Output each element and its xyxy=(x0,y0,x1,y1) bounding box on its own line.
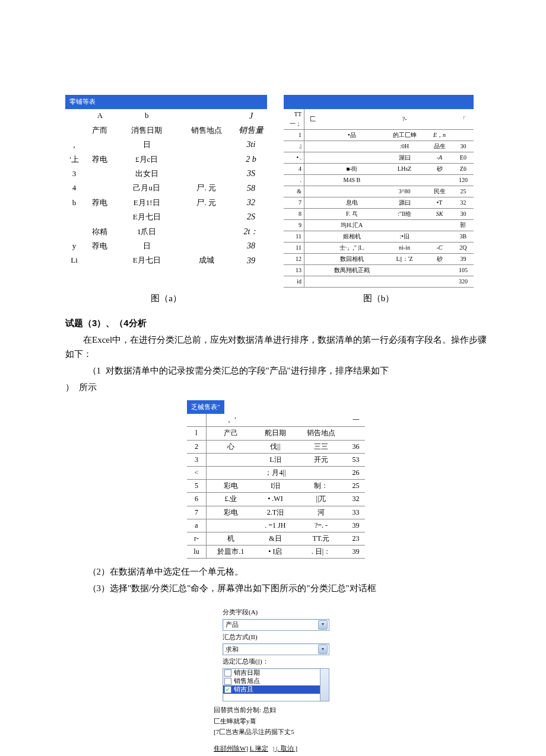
table-a: A b J 产而 消售日期 销售地点 销售量 ,日3ti '上荐电£月c日2 b… xyxy=(65,109,267,268)
label-group-field: 分类宇段(A) xyxy=(223,607,329,618)
cancel-button[interactable]: | |. 取泊 ] xyxy=(273,745,297,752)
checkbox-icon[interactable] xyxy=(224,669,231,677)
figure-c: 乏械售表" ， '一 l产己舵日期韬告地点 2心伐||三三36 3L汨开元53 … xyxy=(187,400,365,559)
list-item-selected[interactable]: ✓ 销吉且 xyxy=(223,685,329,694)
figure-b: TT 一； 匚 ?- 「 1•品的工匚蟀E，n .|:0H品生30 • .渥曰-… xyxy=(284,95,474,288)
label-items: 选定汇总项(||)： xyxy=(223,656,329,667)
checkbox-icon[interactable]: ✓ xyxy=(224,686,231,693)
step-2: （2）在数据清单中选定任一个单元格。 xyxy=(65,564,487,579)
table-a-titlebar: 零铺等表 xyxy=(65,95,267,109)
body-text: 试题（3）、（4分析 在Excel中，在进行分类汇总前，应先对数据清单进行排序，… xyxy=(65,316,487,394)
ok-button[interactable]: L 琳定 xyxy=(250,745,268,752)
label-method: 汇总方式(II) xyxy=(223,632,329,643)
step-1: （1 对数据清单中的记录按需分类汇总的字段"产品"进行排序，排序结果如下 xyxy=(88,363,487,378)
table-c-titlebar: 乏械售表" xyxy=(187,400,224,414)
caption-b: 图（b） xyxy=(284,291,474,305)
select-method[interactable]: 求和 ▾ xyxy=(223,643,329,655)
captions: 图（a） 图（b） xyxy=(65,291,487,305)
option-pagebreak[interactable]: 匚生蟀就零y葺 xyxy=(214,716,487,727)
scrollbar[interactable] xyxy=(320,669,329,701)
caption-a: 图（a） xyxy=(65,291,267,305)
table-b: TT 一； 匚 ?- 「 1•品的工匚蟀E，n .|:0H品生30 • .渥曰-… xyxy=(284,109,474,288)
figure-a: 零铺等表 A b J 产而 消售日期 销售地点 销售量 ,日3ti '上荐电£月… xyxy=(65,95,267,288)
option-replace[interactable]: 回替拱当前分制: 总妇 xyxy=(214,705,487,716)
body-text-2: （2）在数据清单中选定任一个单元格。 （3）选择"数据/分类汇总"命令，屏幕弹出… xyxy=(65,564,487,595)
select-group-field[interactable]: 产品 ▾ xyxy=(223,619,329,631)
option-below[interactable]: [7匚岂吉果品示注药掘下丈5 xyxy=(214,727,487,738)
tables-row: 零铺等表 A b J 产而 消售日期 销售地点 销售量 ,日3ti '上荐电£月… xyxy=(65,95,487,288)
remove-all-button[interactable]: 隹郤州除W] xyxy=(214,745,248,752)
step-1-cont: ） 所示 xyxy=(65,380,487,394)
step-3: （3）选择"数据/分类汇总"命令，屏幕弹出如下图所示的"分类汇总"对话框 xyxy=(65,581,487,595)
checkbox-icon[interactable] xyxy=(224,678,231,685)
chevron-down-icon[interactable]: ▾ xyxy=(318,645,328,654)
list-item-label: 销吉且 xyxy=(234,684,253,695)
dialog-options: 回替拱当前分制: 总妇 匚生蟀就零y葺 [7匚岂吉果品示注药掘下丈5 隹郤州除W… xyxy=(214,705,487,754)
table-c: ， '一 l产己舵日期韬告地点 2心伐||三三36 3L汨开元53 <；月4||… xyxy=(187,414,365,559)
subtotal-dialog: 分类宇段(A) 产品 ▾ 汇总方式(II) 求和 ▾ 选定汇总项(||)： 销吉… xyxy=(223,607,329,701)
select-value: 求和 xyxy=(226,645,239,655)
select-value: 产品 xyxy=(226,620,239,630)
dialog-buttons: 隹郤州除W] L 琳定 | |. 取泊 ] xyxy=(214,744,487,754)
analysis-heading: 试题（3）、（4分析 xyxy=(65,316,487,330)
chevron-down-icon[interactable]: ▾ xyxy=(318,620,328,630)
list-items[interactable]: 销吉日期 销售旭点 ✓ 销吉且 xyxy=(223,668,329,701)
paragraph-1: 在Excel中，在进行分类汇总前，应先对数据清单进行排序，数据清单的第一行必须有… xyxy=(65,333,487,361)
table-b-titlebar xyxy=(284,95,474,109)
